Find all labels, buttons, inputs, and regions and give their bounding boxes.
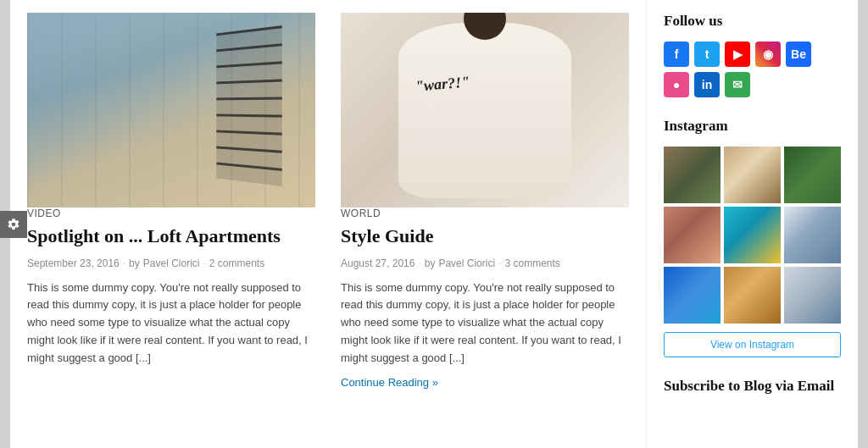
- youtube-icon[interactable]: ▶: [725, 41, 750, 67]
- post-comments-loft[interactable]: 2 comments: [209, 257, 264, 269]
- loft-image: [27, 13, 315, 207]
- instagram-icon[interactable]: ◉: [755, 41, 781, 67]
- email-icon[interactable]: ✉: [725, 72, 750, 97]
- view-instagram-button[interactable]: View on Instagram: [664, 332, 841, 357]
- post-excerpt-loft: This is some dummy copy. You're not real…: [27, 279, 315, 368]
- instagram-thumb-3[interactable]: [784, 147, 841, 203]
- follow-title: Follow us: [664, 13, 841, 30]
- linkedin-icon[interactable]: in: [694, 72, 720, 97]
- instagram-thumb-5[interactable]: [724, 207, 781, 263]
- post-card-loft: Video Spotlight on ... Loft Apartments S…: [27, 13, 315, 435]
- instagram-section: Instagram View on Instagram: [664, 118, 841, 357]
- fashion-image: [341, 13, 629, 207]
- post-comments-style[interactable]: 3 comments: [504, 257, 559, 269]
- gear-icon: [7, 218, 20, 231]
- post-author-style[interactable]: Pavel Ciorici: [438, 257, 495, 269]
- instagram-thumb-4[interactable]: [664, 207, 721, 263]
- fashion-figure: [398, 23, 571, 198]
- post-title-style: Style Guide: [341, 224, 629, 249]
- post-meta-style: August 27, 2016 · by Pavel Ciorici · 3 c…: [341, 257, 629, 269]
- twitter-icon[interactable]: t: [694, 41, 720, 67]
- subscribe-section: Subscribe to Blog via Email: [664, 378, 841, 395]
- post-category-loft: Video: [27, 207, 315, 219]
- instagram-thumb-9[interactable]: [784, 267, 841, 324]
- post-date-loft: September 23, 2016: [27, 257, 120, 269]
- instagram-thumb-2[interactable]: [724, 147, 781, 203]
- facebook-icon[interactable]: f: [664, 41, 689, 67]
- post-title-loft: Spotlight on ... Loft Apartments: [27, 224, 315, 249]
- post-card-style: World Style Guide August 27, 2016 · by P…: [341, 13, 629, 435]
- instagram-thumb-1[interactable]: [664, 147, 721, 203]
- posts-area: Video Spotlight on ... Loft Apartments S…: [27, 13, 629, 435]
- instagram-thumb-7[interactable]: [664, 267, 721, 324]
- main-content: Video Spotlight on ... Loft Apartments S…: [10, 0, 646, 448]
- settings-panel[interactable]: [0, 211, 27, 238]
- social-icons-container: f t ▶ ◉ Be ● in ✉: [664, 41, 841, 97]
- instagram-grid: [664, 147, 841, 324]
- follow-section: Follow us f t ▶ ◉ Be ● in ✉: [664, 13, 841, 97]
- post-date-style: August 27, 2016: [341, 257, 415, 269]
- instagram-thumb-6[interactable]: [784, 207, 841, 263]
- dribbble-icon[interactable]: ●: [664, 72, 689, 97]
- post-excerpt-style: This is some dummy copy. You're not real…: [341, 279, 629, 368]
- continue-reading-link[interactable]: Continue Reading »: [341, 376, 629, 389]
- page-wrapper: Video Spotlight on ... Loft Apartments S…: [10, 0, 858, 448]
- subscribe-title: Subscribe to Blog via Email: [664, 378, 841, 395]
- instagram-thumb-8[interactable]: [724, 267, 781, 324]
- instagram-title: Instagram: [664, 118, 841, 135]
- post-meta-loft: September 23, 2016 · by Pavel Ciorici · …: [27, 257, 315, 269]
- post-category-style: World: [341, 207, 629, 219]
- behance-icon[interactable]: Be: [786, 41, 811, 67]
- sidebar: Follow us f t ▶ ◉ Be ● in ✉ Instagram: [646, 0, 858, 448]
- post-author-loft[interactable]: Pavel Ciorici: [143, 257, 200, 269]
